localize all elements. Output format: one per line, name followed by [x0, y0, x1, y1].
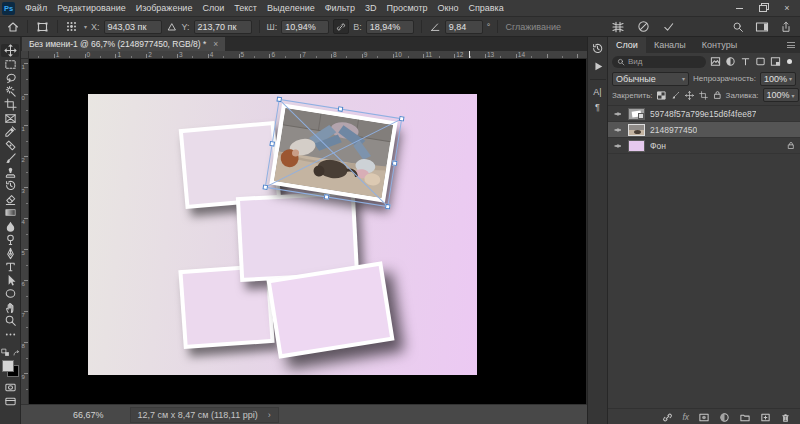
layer-thumbnail[interactable]: [628, 108, 645, 120]
type-tool[interactable]: [1, 260, 19, 273]
visibility-eye-icon[interactable]: [613, 142, 623, 150]
eyedropper-tool[interactable]: [1, 125, 19, 138]
edit-toolbar-button[interactable]: [1, 328, 19, 341]
home-icon[interactable]: [6, 20, 20, 34]
ruler-origin[interactable]: [21, 51, 29, 60]
paragraph-panel-icon[interactable]: ¶: [595, 102, 600, 112]
menu-item-view[interactable]: Просмотр: [381, 3, 432, 13]
menu-item-edit[interactable]: Редактирование: [52, 3, 131, 13]
menu-item-file[interactable]: Файл: [20, 3, 52, 13]
quick-mask-button[interactable]: [1, 381, 19, 394]
menu-item-3d[interactable]: 3D: [360, 3, 382, 13]
layer-row-background[interactable]: Фон: [608, 138, 800, 154]
tab-channels[interactable]: Каналы: [646, 37, 694, 53]
menu-item-filter[interactable]: Фильтр: [320, 3, 360, 13]
spot-healing-brush-tool[interactable]: [1, 139, 19, 152]
blur-tool[interactable]: [1, 220, 19, 233]
ellipse-shape-tool[interactable]: [1, 287, 19, 300]
workspace-icon[interactable]: [755, 21, 769, 33]
menu-item-layers[interactable]: Слои: [197, 3, 229, 13]
fill-select[interactable]: 100% ▾: [763, 88, 799, 102]
layer-filter-search[interactable]: Вид: [612, 56, 706, 68]
tab-layers[interactable]: Слои: [608, 37, 646, 53]
angle-field[interactable]: 9,84: [445, 20, 483, 34]
filter-toggle[interactable]: [787, 59, 792, 64]
x-position-field[interactable]: 943,03 пк: [104, 20, 162, 34]
document-info[interactable]: 12,7 см x 8,47 см (118,11 ppi) ›: [130, 407, 279, 423]
screen-mode-button[interactable]: [1, 395, 19, 408]
layer-thumbnail[interactable]: [628, 140, 645, 152]
pixel-layers-filter-icon[interactable]: [710, 56, 721, 67]
layer-thumbnail[interactable]: [628, 124, 645, 136]
warp-mode-icon[interactable]: [611, 20, 625, 34]
default-colors-icon[interactable]: [1, 348, 10, 357]
relative-position-icon[interactable]: [166, 21, 178, 33]
adjustment-layer-icon[interactable]: [719, 412, 730, 423]
clone-stamp-tool[interactable]: [1, 166, 19, 179]
zoom-tool[interactable]: [1, 314, 19, 327]
layer-effects-icon[interactable]: fx: [682, 412, 689, 422]
horizontal-ruler[interactable]: 2101234567891011121314: [29, 51, 587, 60]
menu-item-window[interactable]: Окно: [433, 3, 464, 13]
layer-row-smart-object[interactable]: 59748f57a799e15d6f4fee87: [608, 106, 800, 122]
move-tool[interactable]: [1, 44, 19, 57]
history-brush-tool[interactable]: [1, 179, 19, 192]
y-position-field[interactable]: 213,70 пк: [194, 20, 252, 34]
eraser-tool[interactable]: [1, 193, 19, 206]
transform-handle-middle-left[interactable]: [269, 141, 275, 147]
panel-menu-icon[interactable]: [787, 42, 795, 48]
menu-item-help[interactable]: Справка: [463, 3, 508, 13]
menu-item-type[interactable]: Текст: [229, 3, 262, 13]
document-tab[interactable]: Без имени-1 @ 66,7% (2148977450, RGB/8) …: [22, 37, 225, 51]
canvas[interactable]: [29, 59, 586, 404]
layer-name[interactable]: 2148977450: [650, 125, 697, 135]
close-button[interactable]: ×: [782, 3, 792, 13]
gradient-tool[interactable]: [1, 206, 19, 219]
commit-transform-icon[interactable]: [662, 20, 675, 33]
hand-tool[interactable]: [1, 301, 19, 314]
lock-transparency-icon[interactable]: [657, 91, 666, 100]
search-icon[interactable]: [732, 21, 744, 33]
zoom-level-field[interactable]: 66,67%: [73, 410, 104, 420]
foreground-color[interactable]: [2, 360, 14, 372]
layer-mask-icon[interactable]: [698, 412, 710, 423]
cancel-transform-icon[interactable]: [637, 20, 650, 33]
vertical-ruler[interactable]: 10123456789: [21, 59, 29, 404]
lock-pixels-icon[interactable]: [671, 91, 680, 100]
link-layers-icon[interactable]: [662, 412, 673, 423]
blend-mode-select[interactable]: Обычные ▾: [612, 72, 689, 86]
restore-button[interactable]: [758, 3, 768, 13]
new-group-folder-icon[interactable]: [739, 412, 751, 423]
swap-colors-icon[interactable]: [12, 349, 20, 357]
actions-panel-icon[interactable]: [592, 60, 604, 72]
transform-handle-top-left[interactable]: [276, 97, 282, 103]
path-selection-tool[interactable]: [1, 274, 19, 287]
visibility-eye-icon[interactable]: [613, 110, 623, 118]
magic-wand-tool[interactable]: [1, 85, 19, 98]
type-layers-filter-icon[interactable]: [740, 56, 751, 67]
brush-tool[interactable]: [1, 152, 19, 165]
crop-tool[interactable]: [1, 98, 19, 111]
width-field[interactable]: 10,94%: [281, 20, 329, 34]
share-icon[interactable]: [780, 21, 792, 33]
frame-tool[interactable]: [1, 112, 19, 125]
maintain-aspect-ratio-button[interactable]: [333, 19, 349, 34]
height-field[interactable]: 18,94%: [366, 20, 414, 34]
opacity-select[interactable]: 100% ▾: [760, 72, 796, 86]
dodge-tool[interactable]: [1, 233, 19, 246]
adjustment-layers-filter-icon[interactable]: [725, 56, 736, 67]
reference-point-icon[interactable]: [65, 20, 78, 33]
layer-name[interactable]: Фон: [650, 141, 666, 151]
character-panel-icon[interactable]: A|: [593, 87, 601, 97]
new-layer-icon[interactable]: [760, 412, 771, 423]
lock-artboard-icon[interactable]: [699, 91, 708, 100]
delete-layer-trash-icon[interactable]: [780, 412, 791, 423]
menu-item-image[interactable]: Изображение: [131, 3, 198, 13]
lasso-tool[interactable]: [1, 71, 19, 84]
menu-item-select[interactable]: Выделение: [262, 3, 320, 13]
layer-row-photo-selected[interactable]: 2148977450: [608, 122, 800, 138]
pen-tool[interactable]: [1, 247, 19, 260]
visibility-eye-icon[interactable]: [613, 126, 623, 134]
tab-paths[interactable]: Контуры: [694, 37, 745, 53]
shape-layers-filter-icon[interactable]: [755, 56, 766, 67]
